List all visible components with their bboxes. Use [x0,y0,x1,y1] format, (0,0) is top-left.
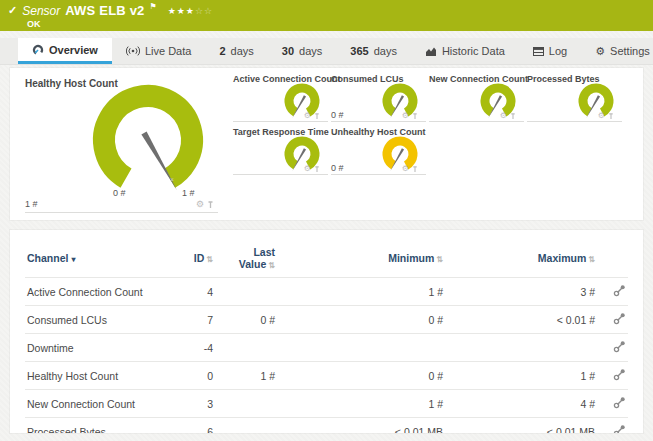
cell-divider [233,121,328,122]
table-row[interactable]: Active Connection Count 4 1 # 3 # [25,278,628,306]
edit-channel-icon[interactable] [613,427,626,433]
tab-label: Log [549,45,567,57]
tab-365-days[interactable]: 365 days [336,38,411,64]
column-header-edit [597,240,628,278]
channel-gear-icon[interactable]: ⚙ [500,112,507,120]
channel-name[interactable]: Active Connection Count [25,278,173,306]
table-header-row: Channel▾ ID⇅ Last Value⇅ Minimum⇅ Maximu… [25,240,628,278]
gear-icon: ⚙ [595,45,605,58]
edit-channel-icon[interactable] [613,399,626,411]
channel-name[interactable]: Downtime [25,334,173,362]
tab-historic-data[interactable]: Historic Data [411,38,519,64]
channel-table: Channel▾ ID⇅ Last Value⇅ Minimum⇅ Maximu… [25,240,628,433]
pin-icon[interactable] [207,201,214,209]
status-ok-check-icon: ✓ [8,4,17,17]
table-row[interactable]: Downtime -4 [25,334,628,362]
gauge-current-value: 0 # [331,163,344,173]
tab-overview[interactable]: Overview [18,38,112,64]
pin-icon[interactable] [412,113,418,120]
edit-channel-icon[interactable] [613,343,626,355]
tab-label: Overview [49,44,98,56]
gauge-healthy-host-count[interactable]: Healthy Host Count 0 # 1 # × 1 # ⚙ [10,68,228,220]
channel-maximum [445,334,597,362]
cell-divider [25,212,218,213]
tab-label: days [374,45,397,57]
edit-channel-icon[interactable] [613,287,626,299]
area-chart-icon [425,46,437,57]
channel-minimum: 1 # [277,278,445,306]
channel-id: 4 [173,278,215,306]
table-row[interactable]: New Connection Count 3 1 # 4 # [25,390,628,418]
cell-divider [331,174,426,175]
star-icon[interactable]: ★★★ [168,6,195,16]
channel-gear-icon[interactable]: ⚙ [196,200,204,209]
channel-name[interactable]: Processed Bytes [25,418,173,434]
tab-bar: Overview Live Data 2 days 30 days 365 da… [0,38,653,65]
channel-name[interactable]: Consumed LCUs [25,306,173,334]
channel-gear-icon[interactable]: ⚙ [402,165,409,173]
edit-channel-icon[interactable] [613,315,626,327]
column-header-id[interactable]: ID⇅ [173,240,215,278]
tab-2-days[interactable]: 2 days [205,38,267,64]
channel-last-value: 1 # [215,362,277,390]
channel-name[interactable]: New Connection Count [25,390,173,418]
tab-settings[interactable]: ⚙ Settings [581,38,653,64]
pin-icon[interactable] [412,166,418,173]
channel-maximum: < 0.01 MB [445,418,597,434]
cell-divider [233,174,328,175]
gauge-processed-bytes[interactable]: Processed Bytes ⚙ [525,74,620,122]
tab-label: Live Data [145,45,191,57]
channel-id: 3 [173,390,215,418]
tab-log[interactable]: Log [519,38,581,64]
gauge-consumed-lcus[interactable]: Consumed LCUs 0 # ⚙ [329,74,424,122]
channel-id: -4 [173,334,215,362]
live-data-icon [126,46,140,56]
pin-icon[interactable] [314,166,320,173]
table-row[interactable]: Consumed LCUs 7 0 # 0 # < 0.01 # [25,306,628,334]
tab-number: 30 [282,45,294,57]
tab-live-data[interactable]: Live Data [112,38,205,64]
column-header-maximum[interactable]: Maximum⇅ [445,240,597,278]
edit-channel-icon[interactable] [613,371,626,383]
table-row[interactable]: Healthy Host Count 0 1 # 0 # 1 # [25,362,628,390]
needle-tip-mark: × [170,176,174,183]
priority-flag-icon[interactable]: ⚑ [150,2,157,11]
gauge-dial [73,76,223,201]
channel-minimum [277,334,445,362]
gauge-new-connection-count[interactable]: New Connection Count ⚙ [427,74,522,122]
channel-gear-icon[interactable]: ⚙ [304,165,311,173]
sort-icon: ⇅ [588,255,595,264]
channel-last-value: 0 # [215,306,277,334]
channel-last-value [215,334,277,362]
column-header-channel[interactable]: Channel▾ [25,240,173,278]
channel-name[interactable]: Healthy Host Count [25,362,173,390]
gauge-unhealthy-host-count[interactable]: Unhealthy Host Count 0 # ⚙ [329,127,424,175]
pin-icon[interactable] [608,113,614,120]
table-row[interactable]: Processed Bytes 6 < 0.01 MB < 0.01 MB [25,418,628,434]
priority-stars[interactable]: ★★★☆☆ [168,6,213,16]
gauge-scale-min: 0 # [113,188,126,198]
gauge-target-response-time[interactable]: Target Response Time ⚙ [231,127,326,175]
log-table-icon [533,47,544,56]
channel-maximum: 4 # [445,390,597,418]
channel-gear-icon[interactable]: ⚙ [598,112,605,120]
status-badge: OK [27,19,645,29]
channel-gear-icon[interactable]: ⚙ [402,112,409,120]
tab-number: 2 [219,45,225,57]
tab-number: 365 [350,45,368,57]
tab-30-days[interactable]: 30 days [268,38,337,64]
star-empty-icon[interactable]: ☆☆ [195,6,213,16]
tab-label: Historic Data [442,45,505,57]
cell-divider [429,121,524,122]
tab-label: days [299,45,322,57]
pin-icon[interactable] [510,113,516,120]
gauge-active-connection-count[interactable]: Active Connection Count ⚙ [231,74,326,122]
channel-gear-icon[interactable]: ⚙ [304,112,311,120]
channel-minimum: 1 # [277,390,445,418]
channel-minimum: 0 # [277,362,445,390]
column-header-minimum[interactable]: Minimum⇅ [277,240,445,278]
gauge-current-value: 1 # [25,199,38,209]
pin-icon[interactable] [314,113,320,120]
channel-maximum: 3 # [445,278,597,306]
column-header-last-value[interactable]: Last Value⇅ [215,240,277,278]
